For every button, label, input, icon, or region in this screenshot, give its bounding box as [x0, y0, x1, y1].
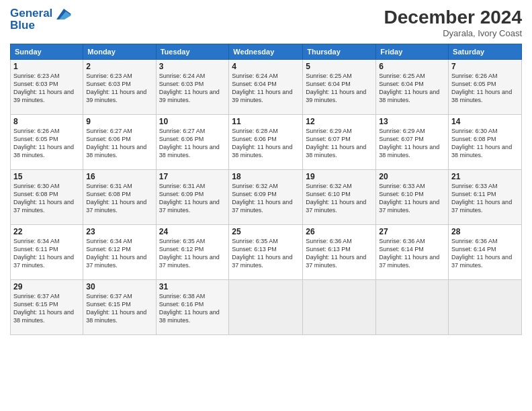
calendar-cell: 22Sunrise: 6:34 AMSunset: 6:11 PMDayligh… — [11, 225, 83, 280]
calendar-cell: 10Sunrise: 6:27 AMSunset: 6:06 PMDayligh… — [156, 115, 229, 170]
calendar-cell: 23Sunrise: 6:34 AMSunset: 6:12 PMDayligh… — [83, 225, 156, 280]
day-number: 24 — [159, 227, 226, 236]
day-number: 21 — [451, 172, 519, 181]
calendar-cell: 2Sunrise: 6:23 AMSunset: 6:03 PMDaylight… — [83, 60, 156, 115]
day-info: Sunrise: 6:26 AMSunset: 6:05 PMDaylight:… — [451, 72, 519, 105]
calendar-row-5: 29Sunrise: 6:37 AMSunset: 6:15 PMDayligh… — [11, 280, 522, 335]
calendar-cell: 25Sunrise: 6:35 AMSunset: 6:13 PMDayligh… — [229, 225, 303, 280]
logo-text: General — [10, 7, 71, 20]
day-number: 15 — [13, 172, 80, 181]
day-number: 23 — [86, 227, 152, 236]
calendar-cell: 12Sunrise: 6:29 AMSunset: 6:07 PMDayligh… — [303, 115, 376, 170]
day-number: 16 — [86, 172, 152, 181]
day-info: Sunrise: 6:36 AMSunset: 6:13 PMDaylight:… — [306, 237, 373, 270]
day-info: Sunrise: 6:24 AMSunset: 6:03 PMDaylight:… — [159, 72, 226, 105]
day-number: 31 — [159, 282, 226, 291]
day-info: Sunrise: 6:30 AMSunset: 6:08 PMDaylight:… — [13, 182, 80, 215]
logo-icon — [56, 9, 71, 19]
day-number: 19 — [306, 172, 373, 181]
day-number: 14 — [451, 117, 519, 126]
calendar-cell — [376, 280, 449, 335]
day-number: 9 — [86, 117, 152, 126]
day-number: 4 — [232, 62, 300, 71]
calendar-table: Sunday Monday Tuesday Wednesday Thursday… — [10, 44, 522, 335]
day-number: 27 — [379, 227, 445, 236]
calendar-cell: 7Sunrise: 6:26 AMSunset: 6:05 PMDaylight… — [449, 60, 522, 115]
day-info: Sunrise: 6:38 AMSunset: 6:16 PMDaylight:… — [159, 292, 226, 325]
col-monday: Monday — [83, 44, 156, 60]
day-info: Sunrise: 6:25 AMSunset: 6:04 PMDaylight:… — [306, 72, 373, 105]
calendar-cell: 29Sunrise: 6:37 AMSunset: 6:15 PMDayligh… — [11, 280, 83, 335]
col-sunday: Sunday — [11, 44, 83, 60]
day-info: Sunrise: 6:32 AMSunset: 6:09 PMDaylight:… — [232, 182, 300, 215]
calendar-cell: 20Sunrise: 6:33 AMSunset: 6:10 PMDayligh… — [376, 170, 449, 225]
title-section: December 2024 Dyarala, Ivory Coast — [384, 7, 522, 38]
calendar-cell: 1Sunrise: 6:23 AMSunset: 6:03 PMDaylight… — [11, 60, 83, 115]
calendar-cell: 8Sunrise: 6:26 AMSunset: 6:05 PMDaylight… — [11, 115, 83, 170]
day-number: 2 — [86, 62, 152, 71]
day-number: 26 — [306, 227, 373, 236]
day-number: 13 — [379, 117, 445, 126]
calendar-row-2: 8Sunrise: 6:26 AMSunset: 6:05 PMDaylight… — [11, 115, 522, 170]
day-number: 17 — [159, 172, 226, 181]
day-info: Sunrise: 6:27 AMSunset: 6:06 PMDaylight:… — [159, 127, 226, 160]
day-number: 25 — [232, 227, 300, 236]
day-info: Sunrise: 6:35 AMSunset: 6:12 PMDaylight:… — [159, 237, 226, 270]
calendar-cell: 26Sunrise: 6:36 AMSunset: 6:13 PMDayligh… — [303, 225, 376, 280]
day-info: Sunrise: 6:37 AMSunset: 6:15 PMDaylight:… — [86, 292, 152, 325]
day-number: 5 — [306, 62, 373, 71]
logo: General Blue — [10, 7, 71, 32]
calendar-cell: 18Sunrise: 6:32 AMSunset: 6:09 PMDayligh… — [229, 170, 303, 225]
logo-line2: Blue — [10, 19, 71, 32]
calendar-row-1: 1Sunrise: 6:23 AMSunset: 6:03 PMDaylight… — [11, 60, 522, 115]
calendar-cell: 19Sunrise: 6:32 AMSunset: 6:10 PMDayligh… — [303, 170, 376, 225]
day-info: Sunrise: 6:31 AMSunset: 6:09 PMDaylight:… — [159, 182, 226, 215]
calendar-cell: 6Sunrise: 6:25 AMSunset: 6:04 PMDaylight… — [376, 60, 449, 115]
day-info: Sunrise: 6:28 AMSunset: 6:06 PMDaylight:… — [232, 127, 300, 160]
col-friday: Friday — [376, 44, 449, 60]
calendar-cell: 5Sunrise: 6:25 AMSunset: 6:04 PMDaylight… — [303, 60, 376, 115]
month-year: December 2024 — [384, 7, 522, 28]
day-number: 8 — [13, 117, 80, 126]
day-number: 22 — [13, 227, 80, 236]
day-info: Sunrise: 6:23 AMSunset: 6:03 PMDaylight:… — [86, 72, 152, 105]
day-number: 1 — [13, 62, 80, 71]
day-info: Sunrise: 6:24 AMSunset: 6:04 PMDaylight:… — [232, 72, 300, 105]
calendar-cell: 9Sunrise: 6:27 AMSunset: 6:06 PMDaylight… — [83, 115, 156, 170]
day-number: 7 — [451, 62, 519, 71]
day-info: Sunrise: 6:23 AMSunset: 6:03 PMDaylight:… — [13, 72, 80, 105]
day-info: Sunrise: 6:29 AMSunset: 6:07 PMDaylight:… — [306, 127, 373, 160]
calendar-cell: 4Sunrise: 6:24 AMSunset: 6:04 PMDaylight… — [229, 60, 303, 115]
day-info: Sunrise: 6:25 AMSunset: 6:04 PMDaylight:… — [379, 72, 445, 105]
calendar-cell — [229, 280, 303, 335]
day-info: Sunrise: 6:29 AMSunset: 6:07 PMDaylight:… — [379, 127, 445, 160]
col-thursday: Thursday — [303, 44, 376, 60]
location: Dyarala, Ivory Coast — [384, 28, 522, 38]
col-wednesday: Wednesday — [229, 44, 303, 60]
col-saturday: Saturday — [449, 44, 522, 60]
calendar-header-row: Sunday Monday Tuesday Wednesday Thursday… — [11, 44, 522, 60]
calendar-cell: 24Sunrise: 6:35 AMSunset: 6:12 PMDayligh… — [156, 225, 229, 280]
col-tuesday: Tuesday — [156, 44, 229, 60]
day-info: Sunrise: 6:37 AMSunset: 6:15 PMDaylight:… — [13, 292, 80, 325]
calendar-row-4: 22Sunrise: 6:34 AMSunset: 6:11 PMDayligh… — [11, 225, 522, 280]
day-info: Sunrise: 6:33 AMSunset: 6:11 PMDaylight:… — [451, 182, 519, 215]
day-info: Sunrise: 6:31 AMSunset: 6:08 PMDaylight:… — [86, 182, 152, 215]
day-info: Sunrise: 6:35 AMSunset: 6:13 PMDaylight:… — [232, 237, 300, 270]
day-info: Sunrise: 6:36 AMSunset: 6:14 PMDaylight:… — [379, 237, 445, 270]
calendar-cell: 16Sunrise: 6:31 AMSunset: 6:08 PMDayligh… — [83, 170, 156, 225]
calendar-cell: 31Sunrise: 6:38 AMSunset: 6:16 PMDayligh… — [156, 280, 229, 335]
day-info: Sunrise: 6:27 AMSunset: 6:06 PMDaylight:… — [86, 127, 152, 160]
calendar-cell: 14Sunrise: 6:30 AMSunset: 6:08 PMDayligh… — [449, 115, 522, 170]
day-number: 6 — [379, 62, 445, 71]
day-number: 3 — [159, 62, 226, 71]
page-container: General Blue December 2024 Dyarala, Ivor… — [0, 0, 532, 411]
calendar-cell: 15Sunrise: 6:30 AMSunset: 6:08 PMDayligh… — [11, 170, 83, 225]
day-info: Sunrise: 6:33 AMSunset: 6:10 PMDaylight:… — [379, 182, 445, 215]
day-number: 10 — [159, 117, 226, 126]
day-info: Sunrise: 6:34 AMSunset: 6:12 PMDaylight:… — [86, 237, 152, 270]
day-info: Sunrise: 6:34 AMSunset: 6:11 PMDaylight:… — [13, 237, 80, 270]
calendar-cell: 28Sunrise: 6:36 AMSunset: 6:14 PMDayligh… — [449, 225, 522, 280]
calendar-cell: 11Sunrise: 6:28 AMSunset: 6:06 PMDayligh… — [229, 115, 303, 170]
calendar-cell: 30Sunrise: 6:37 AMSunset: 6:15 PMDayligh… — [83, 280, 156, 335]
